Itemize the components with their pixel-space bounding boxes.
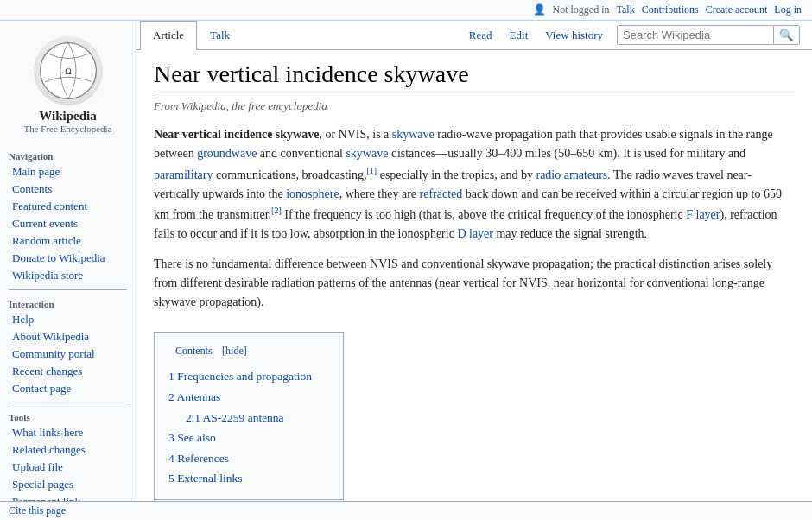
navigation-section: Navigation Main pageContentsFeatured con… xyxy=(0,148,136,284)
toc-hide-button[interactable]: [hide] xyxy=(222,345,247,357)
sidebar-item-current-events[interactable]: Current events xyxy=(0,215,136,232)
tab-read[interactable]: Read xyxy=(460,22,501,49)
cite2[interactable]: [2] xyxy=(271,206,282,215)
toc-item: 1 Frequencies and propagation xyxy=(168,366,329,387)
article-title: Near vertical incidence skywave xyxy=(154,60,795,92)
sidebar-item-upload[interactable]: Upload file xyxy=(0,459,136,476)
para1-mid7: , where they are xyxy=(339,187,420,200)
toc-title-text: Contents xyxy=(175,345,213,357)
tab-edit[interactable]: Edit xyxy=(501,22,537,49)
search-button[interactable]: 🔍 xyxy=(773,26,799,44)
sidebar-item-community[interactable]: Community portal xyxy=(0,346,136,363)
flayer-link[interactable]: F layer xyxy=(686,208,720,221)
sidebar-item-main-page[interactable]: Main page xyxy=(0,163,136,181)
groundwave-link[interactable]: groundwave xyxy=(197,147,257,160)
toc-item: 2.1 AS-2259 antenna xyxy=(168,408,329,428)
sidebar: Ω Wikipedia The Free Encyclopedia Naviga… xyxy=(0,21,136,520)
search-box: 🔍 xyxy=(617,25,800,45)
para1-mid5: especially in the tropics, and by xyxy=(377,168,536,181)
navigation-heading: Navigation xyxy=(0,148,136,163)
para1-end3: may reduce the signal strength. xyxy=(493,227,647,240)
toc-item: 5 External links xyxy=(168,468,329,489)
article-body: Near vertical incidence skywave, or NVIS… xyxy=(154,125,795,520)
toc-link[interactable]: 5 External links xyxy=(168,472,242,485)
tab-talk[interactable]: Talk xyxy=(197,21,243,50)
table-of-contents: Contents [hide] 1 Frequencies and propag… xyxy=(154,332,344,500)
toc-link[interactable]: 2.1 AS-2259 antenna xyxy=(186,411,284,424)
article-subtitle: From Wikipedia, the free encyclopedia xyxy=(154,99,795,113)
sidebar-item-store[interactable]: Wikipedia store xyxy=(0,267,136,284)
tools-heading: Tools xyxy=(0,409,136,424)
para1-mid3: distances—usually 30–400 miles (50–650 k… xyxy=(388,147,745,160)
logo-area: Ω Wikipedia The Free Encyclopedia xyxy=(0,28,136,148)
interaction-heading: Interaction xyxy=(0,295,136,311)
article-subject-bold: Near vertical incidence skywave xyxy=(154,128,319,141)
sidebar-item-special[interactable]: Special pages xyxy=(0,476,136,493)
login-link[interactable]: Log in xyxy=(774,3,802,16)
create-account-link[interactable]: Create account xyxy=(706,3,768,16)
toc-item: 2 Antennas xyxy=(168,387,329,408)
ionosphere-link[interactable]: ionosphere xyxy=(286,187,339,200)
user-icon: 👤 xyxy=(533,3,546,16)
svg-text:Ω: Ω xyxy=(65,67,71,76)
interaction-section: Interaction HelpAbout WikipediaCommunity… xyxy=(0,295,136,397)
logo-title: Wikipedia xyxy=(39,109,96,124)
navigation-items: Main pageContentsFeatured contentCurrent… xyxy=(0,163,136,284)
talk-link[interactable]: Talk xyxy=(617,3,635,16)
toc-item: 3 See also xyxy=(168,428,329,448)
paramilitary-link[interactable]: paramilitary xyxy=(154,168,213,181)
sidebar-item-about[interactable]: About Wikipedia xyxy=(0,328,136,346)
intro-paragraph: Near vertical incidence skywave, or NVIS… xyxy=(154,125,795,244)
toc-title: Contents [hide] xyxy=(168,341,329,360)
refracted-link[interactable]: refracted xyxy=(420,187,463,200)
para2: There is no fundamental difference betwe… xyxy=(154,255,795,313)
toc-link[interactable]: 2 Antennas xyxy=(168,390,220,403)
toc-link[interactable]: 4 References xyxy=(168,452,229,465)
contributions-link[interactable]: Contributions xyxy=(642,3,699,16)
para1-rest: , or NVIS, is a xyxy=(319,128,391,141)
radio-amateurs-link[interactable]: radio amateurs xyxy=(536,168,607,181)
sidebar-item-featured-content[interactable]: Featured content xyxy=(0,198,136,215)
para1-mid4: communications, broadcasting, xyxy=(213,168,366,181)
logo-subtitle: The Free Encyclopedia xyxy=(23,124,111,134)
article: Near vertical incidence skywave From Wik… xyxy=(136,50,812,520)
topbar: 👤 Not logged in Talk Contributions Creat… xyxy=(0,0,812,21)
toc-link[interactable]: 3 See also xyxy=(168,431,216,444)
page-layout: Ω Wikipedia The Free Encyclopedia Naviga… xyxy=(0,21,812,520)
logo-image: Ω xyxy=(34,36,103,105)
toc-item: 4 References xyxy=(168,448,329,469)
tab-view-history[interactable]: View history xyxy=(536,22,612,49)
skywave1-link[interactable]: skywave xyxy=(392,128,435,141)
tab-article[interactable]: Article xyxy=(140,21,197,50)
search-input[interactable] xyxy=(618,26,773,44)
para1-end: If the frequency is too high (that is, a… xyxy=(282,208,686,221)
right-tabs: Read Edit View history 🔍 xyxy=(460,21,812,49)
bottom-bar: Cite this page xyxy=(0,501,812,520)
toc-items: 1 Frequencies and propagation2 Antennas2… xyxy=(168,366,329,489)
skywave2-link[interactable]: skywave xyxy=(346,147,388,160)
sidebar-item-donate[interactable]: Donate to Wikipedia xyxy=(0,250,136,267)
cite1[interactable]: [1] xyxy=(367,166,377,175)
sidebar-item-contact[interactable]: Contact page xyxy=(0,380,136,397)
sidebar-item-recent-changes[interactable]: Recent changes xyxy=(0,363,136,380)
not-logged-in-text: Not logged in xyxy=(553,3,610,16)
toc-link[interactable]: 1 Frequencies and propagation xyxy=(168,370,312,383)
sidebar-item-contents[interactable]: Contents xyxy=(0,181,136,198)
sidebar-item-what-links[interactable]: What links here xyxy=(0,424,136,441)
tab-bar: Article Talk Read Edit View history 🔍 xyxy=(136,21,812,50)
interaction-items: HelpAbout WikipediaCommunity portalRecen… xyxy=(0,311,136,397)
dlayer-link[interactable]: D layer xyxy=(457,227,493,240)
sidebar-item-random-article[interactable]: Random article xyxy=(0,232,136,250)
main-content: Article Talk Read Edit View history 🔍 Ne… xyxy=(136,21,812,520)
cite-this-page-link[interactable]: Cite this page xyxy=(9,504,66,517)
sidebar-item-help[interactable]: Help xyxy=(0,311,136,328)
sidebar-item-related-changes[interactable]: Related changes xyxy=(0,441,136,459)
para1-mid2: and conventional xyxy=(257,147,346,160)
